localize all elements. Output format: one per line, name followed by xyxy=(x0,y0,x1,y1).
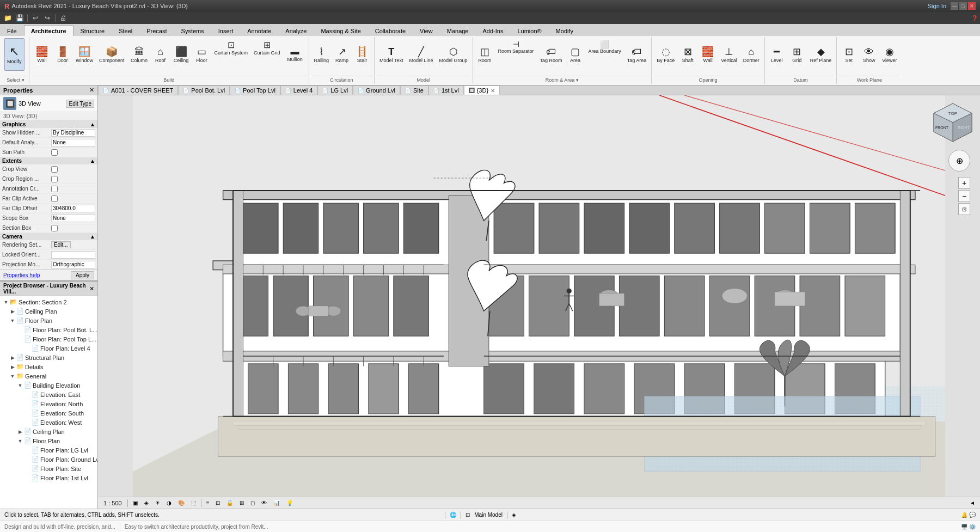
wall-opening-button[interactable]: 🧱 Wall xyxy=(698,38,718,71)
ref-plane-button[interactable]: ◆ Ref Plane xyxy=(807,38,835,71)
area-button[interactable]: ▢ Area xyxy=(566,38,585,71)
qat-undo-button[interactable]: ↩ xyxy=(30,13,41,23)
tree-structural-plan[interactable]: ▶ 📄 Structural Plan xyxy=(1,353,96,362)
nav-wheel[interactable]: ⊕ xyxy=(948,150,970,172)
tab-3d[interactable]: 🔲 {3D} ✕ xyxy=(464,85,500,95)
browser-close-button[interactable]: ✕ xyxy=(89,285,94,292)
hide-crop-btn[interactable]: ⊞ xyxy=(237,498,247,508)
tab-site[interactable]: 📄 Site xyxy=(400,85,428,95)
zoom-out-button[interactable]: − xyxy=(958,190,970,202)
tab-collaborate[interactable]: Collaborate xyxy=(368,25,413,36)
temp-hide-btn[interactable]: ◻ xyxy=(248,498,258,508)
tree-site[interactable]: 📄 Floor Plan: Site xyxy=(1,464,96,473)
roof-button[interactable]: ⌂ Roof xyxy=(151,38,170,71)
detail-level-btn[interactable]: ▣ xyxy=(130,498,140,508)
view-cube[interactable]: TOP RIGHT FRONT xyxy=(931,101,975,144)
component-button[interactable]: 📦 Component xyxy=(96,38,127,71)
set-button[interactable]: ⊡ Set xyxy=(839,38,859,71)
region-btn[interactable]: ⬚ xyxy=(188,498,199,508)
highlight-btn[interactable]: 💡 xyxy=(284,498,296,508)
tab-manage[interactable]: Manage xyxy=(440,25,476,36)
area-boundary-button[interactable]: ⬜ Area Boundary xyxy=(586,38,624,56)
tag-area-button[interactable]: 🏷 Tag Area xyxy=(624,38,650,71)
tab-file[interactable]: File xyxy=(0,25,24,36)
annotation-crop-checkbox[interactable] xyxy=(51,186,58,192)
qat-redo-button[interactable]: ↪ xyxy=(42,13,53,23)
show-hidden-value[interactable]: By Discipline xyxy=(51,129,95,137)
tab-lumion[interactable]: Lumion® xyxy=(510,25,548,36)
tab-1st-lvl[interactable]: 📄 1st Lvl xyxy=(428,85,464,95)
crop-view-checkbox[interactable] xyxy=(51,166,58,173)
edit-type-button[interactable]: Edit Type xyxy=(66,100,94,108)
properties-help-link[interactable]: Properties help xyxy=(3,272,40,278)
projection-mode-value[interactable]: Orthographic xyxy=(51,261,95,268)
window-button[interactable]: 🪟 Window xyxy=(73,38,96,71)
sign-in-link[interactable]: Sign In xyxy=(928,3,946,9)
crop-region-checkbox[interactable] xyxy=(51,176,58,182)
qat-help-icon[interactable]: ❓ xyxy=(971,15,978,21)
tab-ground-lvl[interactable]: 📄 Ground Lvl xyxy=(353,85,400,95)
modify-button[interactable]: ↖ Modify xyxy=(4,38,24,71)
tree-floor-plan-2[interactable]: ▼ 📄 Floor Plan xyxy=(1,436,96,445)
model-text-button[interactable]: T Model Text xyxy=(377,38,406,71)
analysis-btn[interactable]: 📊 xyxy=(271,498,283,508)
shaft-button[interactable]: ⊠ Shaft xyxy=(678,38,697,71)
rendering-edit-button[interactable]: Edit... xyxy=(51,241,71,248)
close-button[interactable]: ✕ xyxy=(968,2,976,10)
properties-close-button[interactable]: ✕ xyxy=(89,87,94,94)
tree-ceiling-plan-2[interactable]: ▶ 📄 Ceiling Plan xyxy=(1,427,96,436)
wall-button[interactable]: 🧱 Wall xyxy=(32,38,52,71)
unlock-3d-btn[interactable]: 🔓 xyxy=(224,498,236,508)
tree-1st-lvl[interactable]: 📄 Floor Plan: 1st Lvl xyxy=(1,473,96,482)
room-separator-button[interactable]: ⊣ Room Separator xyxy=(495,38,537,56)
tag-room-button[interactable]: 🏷 Tag Room xyxy=(537,38,565,71)
tree-elev-north[interactable]: 📄 Elevation: North xyxy=(1,399,96,408)
section-box-checkbox[interactable] xyxy=(51,225,58,231)
door-button[interactable]: 🚪 Door xyxy=(53,38,72,71)
ramp-button[interactable]: ↗ Ramp xyxy=(332,38,352,71)
room-button[interactable]: ◫ Room xyxy=(475,38,495,71)
column-button[interactable]: 🏛 Column xyxy=(128,38,151,71)
tab-steel[interactable]: Steel xyxy=(112,25,139,36)
tree-elev-east[interactable]: 📄 Elevation: East xyxy=(1,390,96,399)
zoom-fit-button[interactable]: ⊡ xyxy=(958,203,970,215)
stair-button[interactable]: 🪜 Stair xyxy=(352,38,372,71)
tab-analyze[interactable]: Analyze xyxy=(278,25,314,36)
curtain-system-button[interactable]: ⊡ Curtain System xyxy=(212,38,251,57)
tree-details[interactable]: ▶ 📁 Details xyxy=(1,362,96,371)
apply-button[interactable]: Apply xyxy=(71,271,94,279)
browser-section-item[interactable]: ▼ 📂 Section: Section 2 xyxy=(1,297,96,307)
tab-architecture[interactable]: Architecture xyxy=(24,25,74,36)
tab-level4[interactable]: 📄 Level 4 xyxy=(280,85,317,95)
minimize-button[interactable]: — xyxy=(951,2,958,10)
tab-modify[interactable]: Modify xyxy=(549,25,580,36)
model-line-button[interactable]: ╱ Model Line xyxy=(406,38,436,71)
tab-view[interactable]: View xyxy=(413,25,440,36)
qat-print-button[interactable]: 🖨 xyxy=(58,13,69,23)
tree-ceiling-plan[interactable]: ▶ 📄 Ceiling Plan xyxy=(1,307,96,316)
tab-structure[interactable]: Structure xyxy=(74,25,112,36)
grid-button[interactable]: ⊞ Grid xyxy=(787,38,807,71)
tab-annotate[interactable]: Annotate xyxy=(240,25,278,36)
thin-lines-btn[interactable]: ≡ xyxy=(204,498,212,508)
model-group-button[interactable]: ⬡ Model Group xyxy=(437,38,470,71)
level-button[interactable]: ━ Level xyxy=(767,38,787,71)
tab-cover-sheet[interactable]: 📄 A001 - COVER SHEET xyxy=(98,85,178,95)
tab-addins[interactable]: Add-Ins xyxy=(476,25,511,36)
tree-lg-lvl[interactable]: 📄 Floor Plan: LG Lvl xyxy=(1,445,96,455)
viewer-button[interactable]: ◉ Viewer xyxy=(879,38,899,71)
tree-building-elevation[interactable]: ▼ 📄 Building Elevation xyxy=(1,381,96,390)
maximize-button[interactable]: □ xyxy=(959,2,967,10)
tree-pool-top[interactable]: 📄 Floor Plan: Pool Top L... xyxy=(1,334,96,344)
tab-massing[interactable]: Massing & Site xyxy=(314,25,367,36)
show-render-btn[interactable]: 🎨 xyxy=(175,498,187,508)
extents-section[interactable]: Extents ▲ xyxy=(0,157,97,164)
tree-floor-plan-1[interactable]: ▼ 📄 Floor Plan xyxy=(1,316,96,325)
tree-elev-west[interactable]: 📄 Elevation: West xyxy=(1,418,96,427)
tree-pool-bot[interactable]: 📄 Floor Plan: Pool Bot. L... xyxy=(1,325,96,334)
zoom-in-button[interactable]: + xyxy=(958,177,970,189)
tab-3d-close-icon[interactable]: ✕ xyxy=(491,88,495,94)
reveal-hidden-btn[interactable]: 👁 xyxy=(259,498,270,508)
show-crop-btn[interactable]: ⊡ xyxy=(213,498,223,508)
graphics-section[interactable]: Graphics ▲ xyxy=(0,121,97,128)
